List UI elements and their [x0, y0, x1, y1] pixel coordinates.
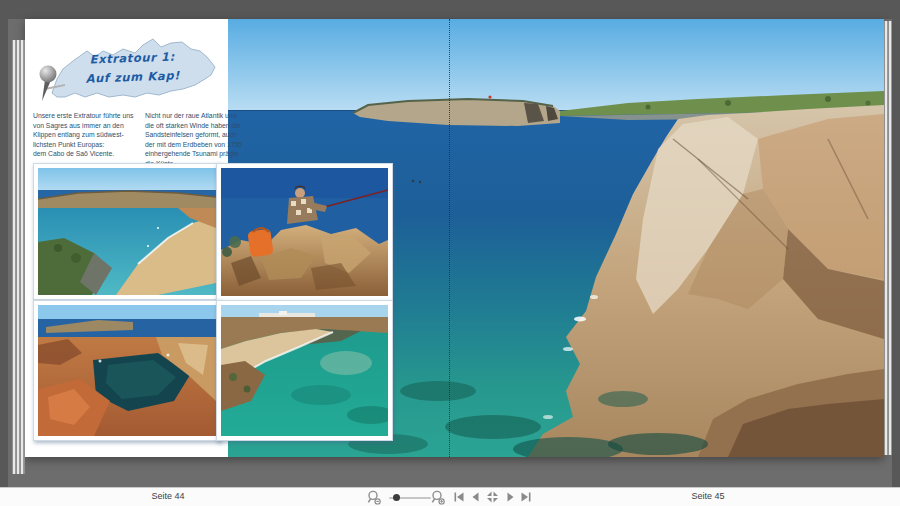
zoom-in-button[interactable] [430, 490, 446, 505]
map-title-text[interactable]: Extratour 1: Auf zum Kap! [64, 47, 200, 90]
bottom-toolbar: Seite 44 Seite 45 [0, 487, 900, 506]
zoom-slider[interactable] [389, 490, 431, 505]
previous-page-button[interactable] [469, 490, 485, 505]
orange-bag [247, 228, 273, 257]
text-block-right[interactable]: Nicht nur der raue Atlantik und die oft … [145, 111, 255, 168]
last-page-button[interactable] [519, 490, 535, 505]
page-stack-right-edge [884, 21, 892, 455]
window-frame-left [0, 0, 8, 487]
zoom-out-button[interactable] [366, 490, 382, 505]
photo-fisherman[interactable] [216, 163, 393, 301]
left-page-number: Seite 44 [138, 491, 198, 501]
text-block-left[interactable]: Unsere erste Extratour führte uns von Sa… [33, 111, 143, 159]
next-page-button[interactable] [503, 490, 519, 505]
photo-beach-bay[interactable] [33, 163, 221, 300]
previous-page-icon [469, 490, 483, 504]
right-page-number: Seite 45 [678, 491, 738, 501]
window-frame-right [892, 0, 900, 487]
magnifier-plus-icon [430, 490, 446, 505]
photo-red-rock-cove[interactable] [33, 300, 221, 441]
page-fold-line [449, 19, 450, 457]
photo-cliff-beach[interactable] [216, 300, 393, 441]
last-page-icon [519, 490, 533, 504]
page-stack-left-edge [12, 40, 25, 474]
fit-to-window-button[interactable] [485, 490, 501, 505]
first-page-button[interactable] [452, 490, 468, 505]
fit-to-window-icon [485, 490, 500, 504]
book-spread: Extratour 1: Auf zum Kap! Unsere erste E… [25, 19, 884, 457]
first-page-icon [452, 490, 466, 504]
window-frame-top [0, 0, 900, 19]
zoom-slider-knob[interactable] [393, 494, 400, 501]
next-page-icon [503, 490, 517, 504]
magnifier-minus-icon [366, 490, 382, 505]
